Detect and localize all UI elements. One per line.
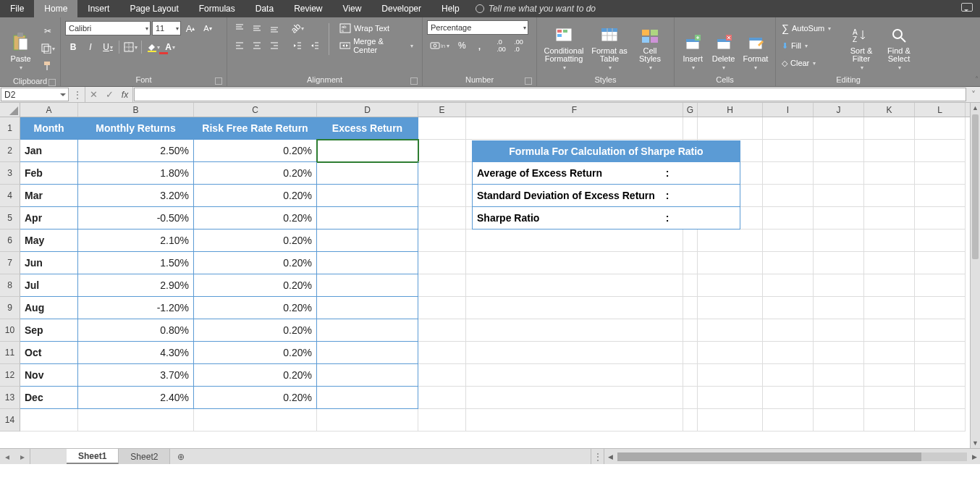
borders-button[interactable]: ▾ [122,39,138,55]
fill-color-button[interactable]: ▾ [145,39,161,55]
cell[interactable] [864,230,915,252]
cell[interactable] [683,409,698,431]
align-right-button[interactable] [266,38,282,54]
cell[interactable] [418,252,466,274]
cell[interactable] [683,319,698,342]
cell[interactable] [763,364,814,387]
underline-button[interactable]: U▾ [100,39,116,55]
cell[interactable] [814,342,864,364]
cell[interactable] [317,342,418,364]
column-header-h[interactable]: H [698,103,763,117]
cell[interactable] [466,297,683,319]
expand-formula-bar-icon[interactable]: ˅ [967,87,980,102]
cell[interactable]: 0.20% [194,319,317,342]
decrease-indent-button[interactable] [290,38,305,54]
cell[interactable]: Sep [20,319,78,342]
cell[interactable] [814,364,864,387]
cell[interactable] [763,117,814,140]
cell[interactable]: 0.20% [194,230,317,252]
cell[interactable]: Jun [20,252,78,274]
format-cells-button[interactable]: Format▾ [740,20,771,72]
cell[interactable]: 2.10% [78,230,194,252]
chevron-down-icon[interactable] [60,93,66,99]
vertical-scrollbar[interactable]: ▲ ▼ [970,103,980,448]
cell[interactable] [317,387,418,409]
column-header-d[interactable]: D [317,103,418,117]
tab-split-handle[interactable]: ⋮ [591,449,604,464]
column-header-a[interactable]: A [20,103,78,117]
italic-button[interactable]: I [83,39,98,55]
row-header-3[interactable]: 3 [0,162,20,185]
cell[interactable]: Risk Free Rate Return [194,117,317,140]
fill-button[interactable]: ⬇Fill▾ [780,38,841,54]
cell[interactable] [466,252,683,274]
cell[interactable] [814,252,864,274]
cell[interactable]: 0.20% [194,274,317,297]
cell[interactable] [814,319,864,342]
column-header-g[interactable]: G [683,103,698,117]
cell[interactable] [698,409,763,431]
column-header-l[interactable]: L [915,103,966,117]
paste-button[interactable]: Paste ▾ [4,20,37,72]
orientation-button[interactable]: ab▾ [290,20,305,36]
cell[interactable] [915,117,966,140]
cell[interactable] [466,342,683,364]
cell[interactable] [194,409,317,431]
cell[interactable] [864,274,915,297]
cell[interactable] [317,252,418,274]
clear-button[interactable]: ◇Clear▾ [780,55,841,71]
format-painter-button[interactable] [40,58,56,74]
cell[interactable] [814,207,864,230]
row-header-12[interactable]: 12 [0,364,20,387]
cell[interactable] [317,319,418,342]
cell[interactable] [466,364,683,387]
column-header-b[interactable]: B [78,103,194,117]
cell[interactable] [763,230,814,252]
delete-cells-button[interactable]: Delete▾ [709,20,737,72]
tab-insert[interactable]: Insert [77,0,119,17]
cell[interactable] [466,230,683,252]
sort-filter-button[interactable]: AZ Sort & Filter▾ [844,20,879,72]
cell[interactable] [864,207,915,230]
cell[interactable] [418,207,466,230]
cell[interactable] [864,140,915,162]
cell[interactable] [418,319,466,342]
cell[interactable] [915,207,966,230]
cell[interactable]: 2.90% [78,274,194,297]
row-header-13[interactable]: 13 [0,387,20,409]
cell[interactable]: 1.50% [78,252,194,274]
format-as-table-button[interactable]: Format as Table▾ [589,20,630,72]
cell[interactable] [915,364,966,387]
cell[interactable] [814,409,864,431]
cell[interactable] [698,297,763,319]
cell[interactable] [418,162,466,185]
cell[interactable] [915,140,966,162]
cell[interactable]: 2.50% [78,140,194,162]
cell[interactable]: Nov [20,364,78,387]
cell[interactable] [683,252,698,274]
sheet-tab-1[interactable]: Sheet1 [67,449,119,464]
cell[interactable] [317,140,418,162]
align-center-button[interactable] [249,38,265,54]
cell[interactable]: 0.20% [194,185,317,207]
cell[interactable] [698,387,763,409]
cell[interactable]: Month [20,117,78,140]
decrease-font-button[interactable]: A▾ [200,20,216,36]
cell[interactable]: 0.20% [194,207,317,230]
cell[interactable]: Mar [20,185,78,207]
cut-button[interactable]: ✂ [40,23,56,39]
increase-font-button[interactable]: A▴ [182,20,198,36]
cell[interactable] [915,342,966,364]
cell[interactable] [683,364,698,387]
cell[interactable] [418,230,466,252]
cell[interactable]: 0.20% [194,342,317,364]
cell[interactable] [418,364,466,387]
cell[interactable]: Dec [20,387,78,409]
cell[interactable] [864,162,915,185]
row-header-10[interactable]: 10 [0,319,20,342]
cell[interactable] [683,274,698,297]
collapse-ribbon-icon[interactable]: ˄ [975,75,979,83]
tab-data[interactable]: Data [245,0,284,17]
cell[interactable] [683,117,698,140]
cell[interactable]: May [20,230,78,252]
